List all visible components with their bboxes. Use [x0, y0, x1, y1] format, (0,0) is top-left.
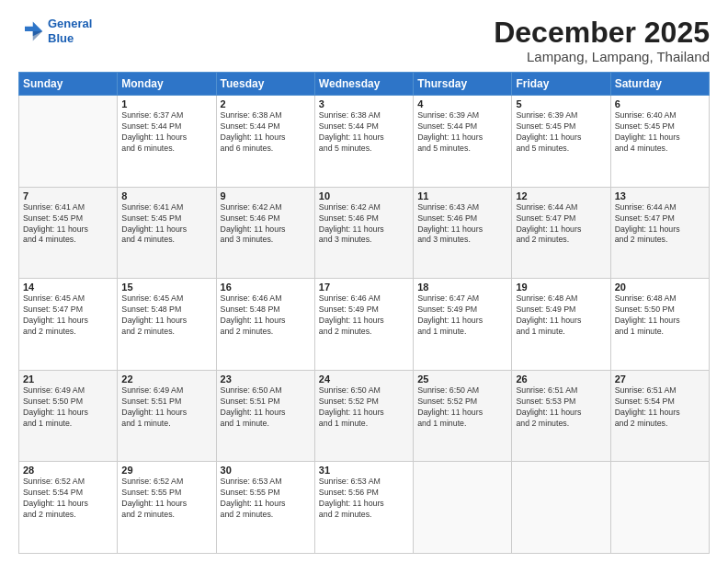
day-number: 3	[319, 98, 409, 109]
table-row: 19Sunrise: 6:48 AMSunset: 5:49 PMDayligh…	[512, 279, 610, 371]
day-number: 18	[417, 282, 507, 293]
day-info: Sunrise: 6:45 AMSunset: 5:47 PMDaylight:…	[23, 293, 113, 338]
table-row: 30Sunrise: 6:53 AMSunset: 5:55 PMDayligh…	[216, 462, 314, 554]
day-number: 21	[23, 373, 113, 385]
svg-marker-1	[33, 31, 43, 41]
table-row: 24Sunrise: 6:50 AMSunset: 5:52 PMDayligh…	[314, 370, 413, 462]
title-block: December 2025 Lampang, Lampang, Thailand	[494, 17, 710, 64]
col-saturday: Saturday	[610, 73, 709, 96]
day-number: 24	[319, 373, 409, 385]
logo: General Blue	[18, 17, 92, 45]
day-info: Sunrise: 6:43 AMSunset: 5:46 PMDaylight:…	[417, 202, 507, 247]
table-row: 27Sunrise: 6:51 AMSunset: 5:54 PMDayligh…	[610, 370, 709, 462]
table-row: 20Sunrise: 6:48 AMSunset: 5:50 PMDayligh…	[610, 279, 709, 371]
day-number: 25	[417, 373, 507, 385]
day-info: Sunrise: 6:47 AMSunset: 5:49 PMDaylight:…	[417, 293, 507, 338]
day-info: Sunrise: 6:45 AMSunset: 5:48 PMDaylight:…	[121, 293, 211, 338]
day-number: 29	[121, 465, 211, 476]
day-info: Sunrise: 6:52 AMSunset: 5:55 PMDaylight:…	[121, 477, 211, 521]
day-info: Sunrise: 6:41 AMSunset: 5:45 PMDaylight:…	[121, 202, 211, 247]
day-info: Sunrise: 6:44 AMSunset: 5:47 PMDaylight:…	[516, 202, 606, 247]
day-info: Sunrise: 6:42 AMSunset: 5:46 PMDaylight:…	[221, 202, 311, 247]
month-title: December 2025	[494, 17, 710, 49]
day-number: 4	[417, 98, 507, 109]
table-row: 10Sunrise: 6:42 AMSunset: 5:46 PMDayligh…	[314, 187, 413, 279]
table-row: 8Sunrise: 6:41 AMSunset: 5:45 PMDaylight…	[118, 187, 216, 279]
table-row: 25Sunrise: 6:50 AMSunset: 5:52 PMDayligh…	[414, 370, 512, 462]
table-row: 11Sunrise: 6:43 AMSunset: 5:46 PMDayligh…	[414, 187, 512, 279]
day-info: Sunrise: 6:46 AMSunset: 5:48 PMDaylight:…	[221, 293, 311, 338]
location-subtitle: Lampang, Lampang, Thailand	[494, 49, 710, 64]
day-info: Sunrise: 6:44 AMSunset: 5:47 PMDaylight:…	[615, 202, 705, 247]
col-sunday: Sunday	[19, 73, 118, 96]
table-row: 26Sunrise: 6:51 AMSunset: 5:53 PMDayligh…	[512, 370, 610, 462]
col-wednesday: Wednesday	[314, 73, 413, 96]
calendar-header-row: Sunday Monday Tuesday Wednesday Thursday…	[19, 73, 710, 96]
day-info: Sunrise: 6:50 AMSunset: 5:52 PMDaylight:…	[319, 385, 409, 430]
table-row	[610, 462, 709, 554]
day-info: Sunrise: 6:42 AMSunset: 5:46 PMDaylight:…	[319, 202, 409, 247]
table-row: 5Sunrise: 6:39 AMSunset: 5:45 PMDaylight…	[512, 96, 610, 188]
day-number: 11	[417, 190, 507, 201]
table-row: 2Sunrise: 6:38 AMSunset: 5:44 PMDaylight…	[216, 96, 314, 188]
day-number: 22	[121, 373, 211, 385]
day-info: Sunrise: 6:39 AMSunset: 5:44 PMDaylight:…	[417, 110, 507, 155]
col-monday: Monday	[118, 73, 216, 96]
day-number: 10	[319, 190, 409, 201]
table-row	[19, 96, 118, 188]
day-number: 15	[121, 282, 211, 293]
day-number: 19	[516, 282, 606, 293]
day-info: Sunrise: 6:51 AMSunset: 5:53 PMDaylight:…	[516, 385, 606, 430]
table-row: 28Sunrise: 6:52 AMSunset: 5:54 PMDayligh…	[19, 462, 118, 554]
day-number: 28	[23, 465, 113, 476]
table-row: 22Sunrise: 6:49 AMSunset: 5:51 PMDayligh…	[118, 370, 216, 462]
day-number: 7	[23, 190, 113, 201]
day-info: Sunrise: 6:40 AMSunset: 5:45 PMDaylight:…	[615, 110, 705, 155]
day-info: Sunrise: 6:41 AMSunset: 5:45 PMDaylight:…	[23, 202, 113, 247]
table-row: 16Sunrise: 6:46 AMSunset: 5:48 PMDayligh…	[216, 279, 314, 371]
day-info: Sunrise: 6:49 AMSunset: 5:51 PMDaylight:…	[121, 385, 211, 430]
day-info: Sunrise: 6:48 AMSunset: 5:50 PMDaylight:…	[615, 293, 705, 338]
col-tuesday: Tuesday	[216, 73, 314, 96]
day-info: Sunrise: 6:53 AMSunset: 5:56 PMDaylight:…	[319, 477, 409, 521]
table-row: 6Sunrise: 6:40 AMSunset: 5:45 PMDaylight…	[610, 96, 709, 188]
day-number: 12	[516, 190, 606, 201]
day-number: 27	[615, 373, 705, 385]
day-number: 20	[615, 282, 705, 293]
day-info: Sunrise: 6:53 AMSunset: 5:55 PMDaylight:…	[221, 477, 311, 521]
day-info: Sunrise: 6:52 AMSunset: 5:54 PMDaylight:…	[23, 477, 113, 521]
table-row: 9Sunrise: 6:42 AMSunset: 5:46 PMDaylight…	[216, 187, 314, 279]
day-info: Sunrise: 6:39 AMSunset: 5:45 PMDaylight:…	[516, 110, 606, 155]
day-number: 9	[221, 190, 311, 201]
day-info: Sunrise: 6:50 AMSunset: 5:52 PMDaylight:…	[417, 385, 507, 430]
day-number: 8	[121, 190, 211, 201]
day-number: 5	[516, 98, 606, 109]
day-number: 1	[121, 98, 211, 109]
table-row: 21Sunrise: 6:49 AMSunset: 5:50 PMDayligh…	[19, 370, 118, 462]
page: General Blue December 2025 Lampang, Lamp…	[0, 0, 728, 563]
table-row: 13Sunrise: 6:44 AMSunset: 5:47 PMDayligh…	[610, 187, 709, 279]
calendar-table: Sunday Monday Tuesday Wednesday Thursday…	[18, 72, 710, 554]
day-number: 16	[221, 282, 311, 293]
day-number: 31	[319, 465, 409, 476]
table-row: 23Sunrise: 6:50 AMSunset: 5:51 PMDayligh…	[216, 370, 314, 462]
day-info: Sunrise: 6:51 AMSunset: 5:54 PMDaylight:…	[615, 385, 705, 430]
day-info: Sunrise: 6:38 AMSunset: 5:44 PMDaylight:…	[221, 110, 311, 155]
day-info: Sunrise: 6:50 AMSunset: 5:51 PMDaylight:…	[221, 385, 311, 430]
table-row: 31Sunrise: 6:53 AMSunset: 5:56 PMDayligh…	[314, 462, 413, 554]
table-row	[512, 462, 610, 554]
day-number: 6	[615, 98, 705, 109]
day-info: Sunrise: 6:48 AMSunset: 5:49 PMDaylight:…	[516, 293, 606, 338]
day-info: Sunrise: 6:37 AMSunset: 5:44 PMDaylight:…	[121, 110, 211, 155]
table-row: 12Sunrise: 6:44 AMSunset: 5:47 PMDayligh…	[512, 187, 610, 279]
col-thursday: Thursday	[414, 73, 512, 96]
col-friday: Friday	[512, 73, 610, 96]
day-number: 30	[221, 465, 311, 476]
logo-icon	[18, 18, 44, 44]
table-row	[414, 462, 512, 554]
logo-text: General Blue	[48, 17, 92, 45]
day-info: Sunrise: 6:38 AMSunset: 5:44 PMDaylight:…	[319, 110, 409, 155]
table-row: 7Sunrise: 6:41 AMSunset: 5:45 PMDaylight…	[19, 187, 118, 279]
day-number: 17	[319, 282, 409, 293]
table-row: 4Sunrise: 6:39 AMSunset: 5:44 PMDaylight…	[414, 96, 512, 188]
